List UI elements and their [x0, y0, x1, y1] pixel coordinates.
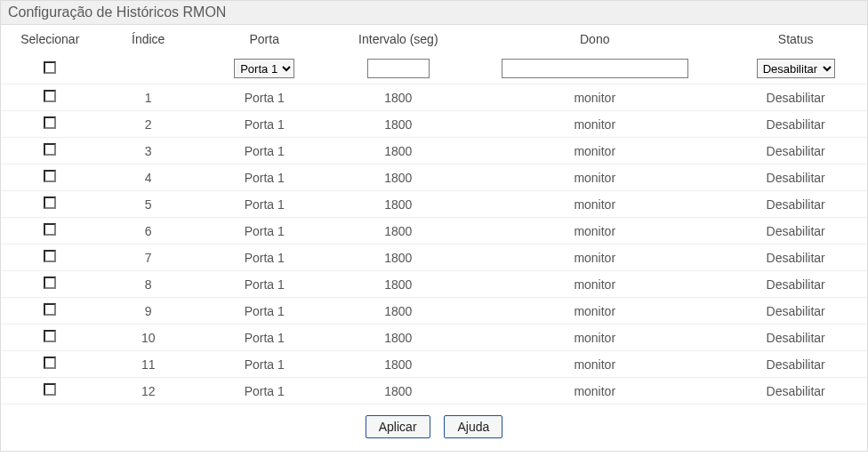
table-header-row: Selecionar Índice Porta Intervalo (seg) … [1, 25, 867, 55]
cell-port: Porta 1 [197, 351, 332, 378]
rmon-history-panel: Configuração de Históricos RMON Selecion… [0, 0, 868, 452]
table-row: 1Porta 11800monitorDesabilitar [1, 84, 867, 111]
col-header-port: Porta [197, 25, 332, 55]
cell-interval: 1800 [332, 271, 466, 298]
history-table: Selecionar Índice Porta Intervalo (seg) … [1, 25, 867, 405]
cell-index: 3 [99, 138, 197, 164]
cell-owner: monitor [465, 351, 724, 378]
filter-row: Porta 1 Desabilitar [1, 55, 867, 84]
row-checkbox[interactable] [44, 196, 56, 209]
cell-status: Desabilitar [724, 218, 867, 245]
cell-interval: 1800 [332, 111, 466, 138]
cell-interval: 1800 [332, 191, 466, 218]
cell-interval: 1800 [332, 378, 466, 405]
table-row: 7Porta 11800monitorDesabilitar [1, 245, 867, 271]
cell-port: Porta 1 [197, 84, 332, 111]
cell-owner: monitor [465, 138, 724, 164]
cell-status: Desabilitar [724, 164, 867, 191]
cell-interval: 1800 [332, 218, 466, 245]
cell-index: 12 [99, 378, 197, 405]
cell-index: 11 [99, 351, 197, 378]
cell-interval: 1800 [332, 84, 466, 111]
cell-index: 6 [99, 218, 197, 245]
table-row: 5Porta 11800monitorDesabilitar [1, 191, 867, 218]
cell-port: Porta 1 [197, 111, 332, 138]
col-header-interval: Intervalo (seg) [332, 25, 466, 55]
cell-index: 7 [99, 245, 197, 271]
row-checkbox[interactable] [44, 223, 56, 236]
table-row: 9Porta 11800monitorDesabilitar [1, 298, 867, 325]
row-checkbox[interactable] [44, 116, 56, 129]
cell-status: Desabilitar [724, 298, 867, 325]
cell-owner: monitor [465, 218, 724, 245]
cell-interval: 1800 [332, 298, 466, 325]
button-row: Aplicar Ajuda [1, 405, 867, 451]
cell-index: 2 [99, 111, 197, 138]
cell-port: Porta 1 [197, 164, 332, 191]
cell-port: Porta 1 [197, 271, 332, 298]
cell-interval: 1800 [332, 138, 466, 164]
cell-status: Desabilitar [724, 138, 867, 164]
interval-input[interactable] [367, 59, 430, 78]
row-checkbox[interactable] [44, 250, 56, 262]
cell-index: 9 [99, 298, 197, 325]
port-select[interactable]: Porta 1 [234, 59, 294, 78]
cell-port: Porta 1 [197, 218, 332, 245]
table-row: 10Porta 11800monitorDesabilitar [1, 325, 867, 351]
cell-index: 5 [99, 191, 197, 218]
col-header-owner: Dono [465, 25, 724, 55]
cell-interval: 1800 [332, 351, 466, 378]
cell-owner: monitor [465, 298, 724, 325]
cell-owner: monitor [465, 111, 724, 138]
table-row: 3Porta 11800monitorDesabilitar [1, 138, 867, 164]
cell-status: Desabilitar [724, 111, 867, 138]
cell-port: Porta 1 [197, 138, 332, 164]
panel-title: Configuração de Históricos RMON [1, 1, 867, 25]
cell-port: Porta 1 [197, 191, 332, 218]
cell-status: Desabilitar [724, 325, 867, 351]
cell-status: Desabilitar [724, 84, 867, 111]
table-row: 6Porta 11800monitorDesabilitar [1, 218, 867, 245]
row-checkbox[interactable] [44, 90, 56, 102]
cell-status: Desabilitar [724, 191, 867, 218]
status-select[interactable]: Desabilitar [757, 59, 835, 78]
cell-status: Desabilitar [724, 271, 867, 298]
cell-owner: monitor [465, 191, 724, 218]
owner-input[interactable] [502, 59, 688, 78]
table-row: 11Porta 11800monitorDesabilitar [1, 351, 867, 378]
col-header-select: Selecionar [1, 25, 99, 55]
cell-status: Desabilitar [724, 245, 867, 271]
cell-index: 8 [99, 271, 197, 298]
cell-index: 1 [99, 84, 197, 111]
table-row: 2Porta 11800monitorDesabilitar [1, 111, 867, 138]
cell-port: Porta 1 [197, 298, 332, 325]
table-row: 8Porta 11800monitorDesabilitar [1, 271, 867, 298]
cell-status: Desabilitar [724, 351, 867, 378]
cell-owner: monitor [465, 271, 724, 298]
cell-owner: monitor [465, 378, 724, 405]
row-checkbox[interactable] [44, 330, 56, 342]
row-checkbox[interactable] [44, 143, 56, 156]
cell-owner: monitor [465, 325, 724, 351]
cell-index: 10 [99, 325, 197, 351]
select-all-checkbox[interactable] [44, 61, 56, 74]
cell-interval: 1800 [332, 245, 466, 271]
row-checkbox[interactable] [44, 383, 56, 396]
apply-button[interactable]: Aplicar [366, 415, 430, 438]
cell-index: 4 [99, 164, 197, 191]
cell-interval: 1800 [332, 325, 466, 351]
row-checkbox[interactable] [44, 357, 56, 369]
help-button[interactable]: Ajuda [444, 415, 502, 438]
table-row: 12Porta 11800monitorDesabilitar [1, 378, 867, 405]
row-checkbox[interactable] [44, 303, 56, 316]
cell-owner: monitor [465, 84, 724, 111]
row-checkbox[interactable] [44, 277, 56, 289]
table-row: 4Porta 11800monitorDesabilitar [1, 164, 867, 191]
col-header-status: Status [724, 25, 867, 55]
col-header-index: Índice [99, 25, 197, 55]
row-checkbox[interactable] [44, 170, 56, 182]
cell-status: Desabilitar [724, 378, 867, 405]
cell-port: Porta 1 [197, 325, 332, 351]
cell-owner: monitor [465, 245, 724, 271]
cell-owner: monitor [465, 164, 724, 191]
